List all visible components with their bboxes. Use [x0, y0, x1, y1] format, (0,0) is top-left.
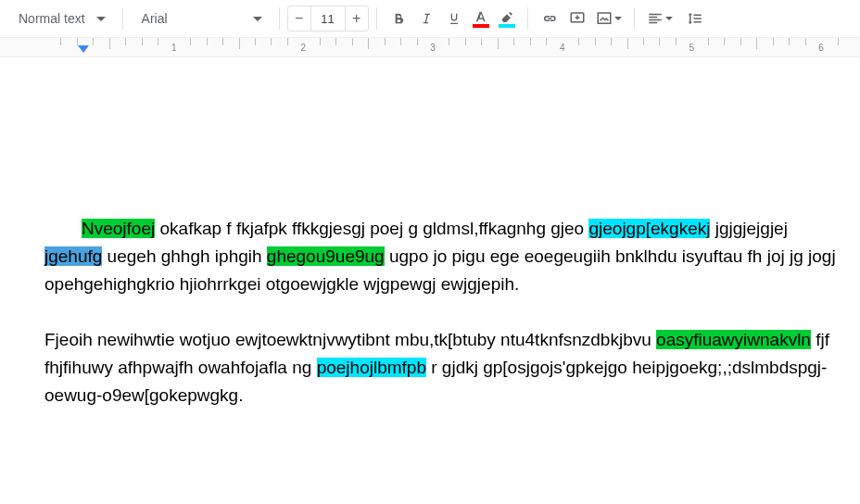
paragraph-style-label: Normal text: [19, 11, 85, 26]
highlight-color-button[interactable]: [494, 6, 520, 32]
separator: [376, 7, 377, 30]
ruler-label: 2: [301, 43, 307, 53]
text-run[interactable]: Nveojfoej: [82, 219, 155, 238]
svg-rect-1: [598, 13, 611, 23]
align-left-icon: [647, 10, 664, 27]
page-canvas: Nveojfoej okafkap f fkjafpk ffkkgjesgj p…: [0, 57, 860, 410]
align-button[interactable]: [642, 5, 677, 32]
text-run[interactable]: gjeojgp[ekgkekj: [588, 219, 710, 238]
insert-link-button[interactable]: [536, 5, 563, 32]
italic-icon: [419, 11, 434, 26]
highlight-icon: [500, 10, 514, 23]
paragraph-style-select[interactable]: Normal text: [7, 6, 115, 32]
highlight-color-swatch: [499, 24, 515, 28]
chevron-down-icon: [96, 17, 106, 21]
paragraph[interactable]: Nveojfoej okafkap f fkjafpk ffkkgjesgj p…: [44, 215, 847, 298]
line-spacing-button[interactable]: [677, 5, 713, 32]
increase-font-size-button[interactable]: +: [346, 6, 368, 31]
link-icon: [541, 10, 558, 27]
ruler-label: 4: [560, 43, 565, 53]
text-run[interactable]: uegeh ghhgh iphgih: [102, 246, 267, 266]
chevron-down-icon: [614, 17, 622, 20]
text-run[interactable]: jgehufg: [44, 246, 102, 266]
italic-button[interactable]: [412, 5, 440, 32]
text-color-button[interactable]: [468, 6, 494, 32]
text-run[interactable]: jgjgjejgjej: [710, 219, 787, 238]
text-color-swatch: [473, 24, 489, 28]
line-spacing-icon: [687, 10, 703, 27]
image-icon: [596, 10, 613, 27]
decrease-font-size-button[interactable]: −: [288, 6, 310, 31]
bold-button[interactable]: [385, 5, 412, 32]
text-run[interactable]: oasyfiuawyiwnakvln: [656, 330, 811, 349]
separator: [279, 7, 280, 30]
chevron-down-icon: [665, 17, 673, 20]
font-size-stepper[interactable]: − 11 +: [287, 6, 369, 32]
ruler[interactable]: 123456: [0, 38, 860, 57]
font-family-select[interactable]: Arial: [131, 6, 272, 32]
toolbar: Normal text Arial − 11 +: [0, 0, 860, 38]
chevron-down-icon: [253, 17, 262, 21]
separator: [527, 7, 528, 30]
underline-button[interactable]: [440, 5, 468, 32]
paragraph[interactable]: Fjeoih newihwtie wotjuo ewjtoewktnjvwyti…: [44, 326, 847, 410]
font-size-value[interactable]: 11: [310, 6, 346, 31]
document-body[interactable]: Nveojfoej okafkap f fkjafpk ffkkgjesgj p…: [44, 215, 847, 410]
ruler-label: 6: [818, 43, 824, 53]
text-run[interactable]: Fjeoih newihwtie wotjuo ewjtoewktnjvwyti…: [44, 330, 656, 349]
text-run[interactable]: okafkap f fkjafpk ffkkgjesgj poej g gldm…: [155, 219, 588, 238]
ruler-label: 1: [171, 43, 177, 53]
comment-icon: [569, 10, 586, 27]
separator: [634, 7, 635, 30]
indent-marker[interactable]: [78, 45, 89, 53]
insert-comment-button[interactable]: [563, 5, 591, 32]
separator: [122, 7, 123, 30]
text-run[interactable]: ghegou9ue9ug: [267, 246, 385, 266]
font-family-label: Arial: [142, 11, 168, 26]
paragraph-blank[interactable]: [44, 298, 847, 326]
insert-image-button[interactable]: [591, 5, 626, 32]
bold-icon: [391, 11, 406, 26]
text-run[interactable]: poejhojlbmfpb: [317, 358, 426, 377]
ruler-label: 3: [430, 43, 436, 53]
underline-icon: [447, 11, 462, 26]
ruler-label: 5: [689, 43, 695, 53]
text-color-icon: [474, 10, 488, 23]
